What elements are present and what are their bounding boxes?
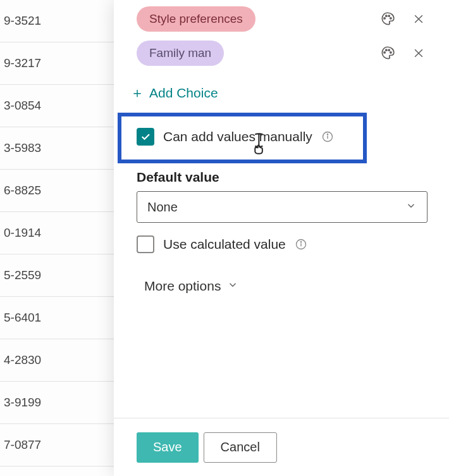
can-add-values-row[interactable]: Can add values manually xyxy=(137,128,349,146)
list-row[interactable]: 7-0877 xyxy=(0,424,114,467)
svg-point-7 xyxy=(390,52,391,53)
list-cell: 9-3521 xyxy=(4,14,41,28)
svg-point-10 xyxy=(327,134,328,135)
default-value-heading: Default value xyxy=(137,170,430,185)
list-cell: 5-2559 xyxy=(4,268,41,282)
list-cell: 4-2830 xyxy=(4,353,41,367)
choice-label: Family man xyxy=(149,46,211,60)
more-options-toggle[interactable]: More options xyxy=(144,279,238,294)
choice-chip[interactable]: Style preferences xyxy=(137,6,255,32)
list-row[interactable]: 6-8825 xyxy=(0,170,114,212)
info-icon[interactable] xyxy=(295,238,307,251)
svg-point-0 xyxy=(384,18,385,19)
svg-point-2 xyxy=(388,15,390,16)
column-settings-panel: Style preferences Family man xyxy=(114,0,449,476)
chevron-down-icon xyxy=(405,200,417,215)
use-calculated-row[interactable]: Use calculated value xyxy=(137,235,430,253)
info-icon[interactable] xyxy=(321,130,334,143)
add-choice-button[interactable]: ＋ Add Choice xyxy=(130,84,218,103)
more-options-label: More options xyxy=(144,279,221,294)
list-cell: 7-0877 xyxy=(4,438,41,452)
choice-row: Family man xyxy=(137,41,430,66)
panel-body: Style preferences Family man xyxy=(114,0,449,418)
list-row[interactable]: 0-1914 xyxy=(0,212,114,254)
list-cell: 3-5983 xyxy=(4,141,41,155)
choice-label: Style preferences xyxy=(149,12,243,26)
highlight-annotation: Can add values manually xyxy=(118,113,367,163)
list-cell: 0-1914 xyxy=(4,226,41,240)
can-add-values-label: Can add values manually xyxy=(163,129,312,144)
list-cell: 5-6401 xyxy=(4,311,41,325)
save-button[interactable]: Save xyxy=(137,432,199,463)
list-row[interactable]: 3-9199 xyxy=(0,382,114,424)
palette-icon[interactable] xyxy=(379,11,396,27)
default-value-dropdown[interactable]: None xyxy=(137,191,427,223)
list-row[interactable]: 9-3217 xyxy=(0,42,114,85)
checkbox-checked-icon[interactable] xyxy=(137,128,154,146)
close-icon[interactable] xyxy=(412,47,425,60)
svg-point-5 xyxy=(386,49,387,51)
list-row[interactable]: 4-2830 xyxy=(0,339,114,382)
list-cell: 3-0854 xyxy=(4,99,41,113)
svg-point-6 xyxy=(388,49,390,51)
checkbox-unchecked-icon[interactable] xyxy=(137,235,154,253)
list-cell: 3-9199 xyxy=(4,396,41,410)
list-cell: 6-8825 xyxy=(4,184,41,197)
dropdown-selected: None xyxy=(147,200,405,215)
list-row[interactable]: 3-0854 xyxy=(0,85,114,127)
choice-chip[interactable]: Family man xyxy=(137,41,224,66)
cancel-button[interactable]: Cancel xyxy=(204,432,277,463)
save-label: Save xyxy=(153,440,182,454)
list-row[interactable]: 5-2559 xyxy=(0,254,114,297)
chevron-down-icon xyxy=(227,279,238,294)
svg-point-13 xyxy=(300,242,301,242)
panel-footer: Save Cancel xyxy=(114,418,449,476)
choice-row: Style preferences xyxy=(137,6,430,32)
background-list: 9-3521 9-3217 3-0854 3-5983 6-8825 0-191… xyxy=(0,0,114,476)
list-cell: 9-3217 xyxy=(4,56,41,70)
list-row[interactable]: 3-5983 xyxy=(0,127,114,170)
add-choice-label: Add Choice xyxy=(149,85,218,101)
plus-icon: ＋ xyxy=(130,84,144,103)
close-icon[interactable] xyxy=(412,13,425,25)
svg-point-3 xyxy=(390,18,391,19)
use-calculated-label: Use calculated value xyxy=(163,237,286,252)
palette-icon[interactable] xyxy=(379,45,396,61)
svg-point-1 xyxy=(386,15,387,16)
list-row[interactable]: 9-3521 xyxy=(0,0,114,42)
list-row[interactable]: 5-6401 xyxy=(0,297,114,339)
svg-point-4 xyxy=(384,52,385,53)
cancel-label: Cancel xyxy=(221,440,260,454)
